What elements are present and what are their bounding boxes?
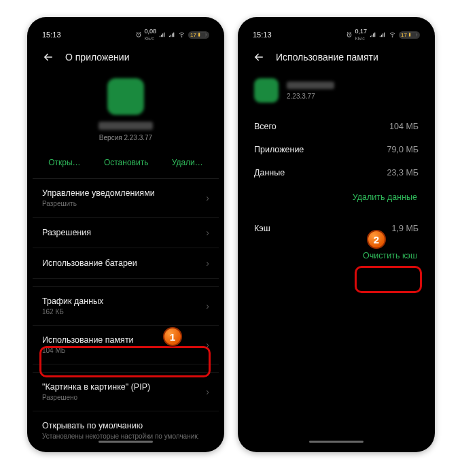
row-sub: Установлены некоторые настройки по умолч…: [42, 432, 198, 440]
chevron-right-icon: ›: [206, 192, 209, 203]
page-title: О приложении: [65, 52, 129, 63]
chevron-right-icon: ›: [206, 258, 209, 269]
kv-label: Приложение: [254, 145, 304, 154]
kv-app: Приложение 79,0 МБ: [243, 138, 429, 161]
phone-frame-left: 15:13 0,08КБ/с 17 О приложении: [27, 17, 224, 452]
row-notifications[interactable]: Управление уведомлениямиРазрешить ›: [33, 179, 219, 218]
row-label: Использование батареи: [42, 258, 137, 268]
phone-frame-right: 15:13 0,17КБ/с 17 Использование памяти: [238, 17, 435, 452]
battery-icon: [198, 32, 207, 37]
status-icons: 0,08КБ/с 17: [135, 28, 209, 41]
app-name-blurred: [287, 82, 334, 89]
uninstall-button[interactable]: Удали…: [172, 158, 203, 167]
net-speed: 0,17КБ/с: [355, 28, 368, 41]
header: О приложении: [33, 44, 219, 73]
status-time: 15:13: [253, 31, 272, 39]
kv-cache: Кэш 1,9 МБ: [243, 211, 429, 240]
home-indicator[interactable]: [309, 441, 363, 443]
kv-label: Всего: [254, 122, 277, 131]
row-sub: 162 КБ: [42, 308, 103, 316]
kv-data: Данные 23,3 МБ: [243, 161, 429, 184]
row-label: Трафик данных: [42, 296, 103, 306]
app-version: Версия 2.23.3.77: [33, 134, 219, 141]
row-label: Управление уведомлениями: [42, 188, 155, 198]
app-version: 2.23.3.77: [287, 92, 334, 100]
back-icon[interactable]: [253, 51, 265, 63]
clear-data-button[interactable]: Удалить данные: [243, 184, 429, 211]
app-icon: [254, 78, 279, 103]
back-icon[interactable]: [42, 51, 54, 63]
row-sub: Разрешено: [42, 394, 150, 401]
kv-label: Данные: [254, 168, 285, 177]
svg-rect-3: [206, 33, 207, 35]
chevron-right-icon: ›: [206, 386, 209, 397]
chevron-right-icon: ›: [206, 339, 209, 350]
kv-value: 104 МБ: [389, 122, 419, 131]
row-battery-usage[interactable]: Использование батареи ›: [33, 248, 219, 279]
kv-value: 1,9 МБ: [392, 224, 419, 233]
row-label: "Картинка в картинке" (PIP): [42, 382, 150, 392]
signal-icon: [370, 31, 376, 38]
action-row: Откры… Остановить Удали…: [33, 151, 219, 179]
callout-badge-2: 2: [367, 230, 386, 249]
svg-rect-4: [198, 33, 200, 36]
app-name-blurred: [99, 122, 153, 130]
kv-value: 79,0 МБ: [387, 145, 419, 154]
row-memory-usage[interactable]: Использование памяти104 МБ ›: [33, 326, 219, 364]
comparison-container: 15:13 0,08КБ/с 17 О приложении: [0, 0, 462, 469]
page-title: Использование памяти: [276, 52, 378, 63]
row-permissions[interactable]: Разрешения ›: [33, 218, 219, 248]
section-spacer: [33, 279, 219, 287]
kv-value: 23,3 МБ: [387, 168, 419, 177]
svg-point-1: [181, 37, 182, 37]
kv-label: Кэш: [254, 224, 270, 233]
home-indicator[interactable]: [99, 441, 153, 443]
svg-rect-8: [416, 33, 417, 35]
app-summary: 2.23.3.77: [243, 73, 429, 115]
chevron-right-icon: ›: [206, 301, 209, 311]
chevron-right-icon: ›: [206, 227, 209, 238]
status-icons: 0,17КБ/с 17: [346, 28, 420, 41]
alarm-icon: [135, 31, 142, 38]
alarm-icon: [346, 31, 353, 38]
callout-badge-1: 1: [163, 327, 182, 346]
signal-icon: [159, 31, 166, 38]
net-speed: 0,08КБ/с: [145, 28, 157, 41]
row-sub: Разрешить: [42, 200, 155, 207]
row-label: Разрешения: [42, 228, 91, 237]
row-pip[interactable]: "Картинка в картинке" (PIP)Разрешено ›: [33, 373, 219, 411]
app-summary: Версия 2.23.3.77: [33, 73, 219, 151]
battery-icon: [408, 32, 418, 37]
signal-icon-2: [168, 31, 175, 38]
kv-total: Всего 104 МБ: [243, 115, 429, 138]
battery-indicator: 17: [188, 31, 209, 39]
wifi-icon: [389, 31, 396, 38]
svg-point-6: [392, 37, 393, 37]
row-label: Открывать по умолчанию: [42, 421, 198, 430]
clear-cache-button[interactable]: Очистить кэш: [243, 240, 429, 271]
battery-indicator: 17: [399, 31, 420, 39]
status-time: 15:13: [42, 31, 61, 39]
force-stop-button[interactable]: Остановить: [104, 158, 149, 167]
section-spacer: [33, 364, 219, 373]
status-bar: 15:13 0,08КБ/с 17: [33, 22, 219, 44]
header: Использование памяти: [243, 44, 429, 73]
screen-left: 15:13 0,08КБ/с 17 О приложении: [33, 22, 219, 447]
svg-rect-9: [409, 33, 410, 36]
row-data-traffic[interactable]: Трафик данных162 КБ ›: [33, 287, 219, 326]
row-label: Использование памяти: [42, 335, 134, 345]
wifi-icon: [178, 31, 185, 38]
open-button[interactable]: Откры…: [48, 158, 80, 167]
row-sub: 104 МБ: [42, 347, 134, 354]
screen-right: 15:13 0,17КБ/с 17 Использование памяти: [243, 22, 429, 447]
signal-icon-2: [379, 31, 386, 38]
status-bar: 15:13 0,17КБ/с 17: [243, 22, 429, 44]
app-icon: [107, 78, 144, 115]
